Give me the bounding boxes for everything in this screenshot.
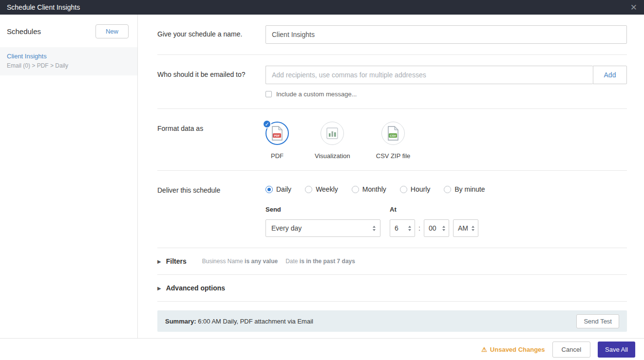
radio-icon[interactable]: [265, 186, 273, 193]
time-separator: :: [418, 224, 420, 232]
format-option-visualization[interactable]: Visualization: [315, 122, 350, 160]
warning-icon: ⚠: [481, 346, 487, 353]
custom-message-label[interactable]: Include a custom message...: [276, 90, 357, 98]
send-interval-select[interactable]: Every day: [265, 219, 380, 237]
summary-text: Summary: 6:00 AM Daily, PDF attachment v…: [165, 318, 313, 325]
close-icon[interactable]: ✕: [630, 3, 637, 12]
radio-icon[interactable]: [352, 186, 359, 193]
advanced-options-title[interactable]: Advanced options: [166, 284, 225, 292]
frequency-radio-group: Daily Weekly Monthly Hourly: [265, 181, 627, 193]
radio-monthly[interactable]: Monthly: [352, 185, 386, 193]
modal-header: Schedule Client Insights ✕: [0, 0, 644, 15]
format-option-label: CSV ZIP file: [376, 152, 411, 160]
deliver-section: Deliver this schedule Daily Weekly Month…: [157, 171, 627, 248]
radio-by-minute[interactable]: By minute: [444, 185, 485, 193]
add-recipient-button[interactable]: Add: [593, 66, 627, 84]
modal-title: Schedule Client Insights: [7, 3, 80, 11]
hour-select[interactable]: 6: [390, 219, 415, 237]
cancel-button[interactable]: Cancel: [552, 342, 590, 358]
select-arrows-icon: [408, 226, 411, 231]
meridiem-select[interactable]: AM: [453, 219, 478, 237]
format-option-pdf[interactable]: ✓ PDF PDF: [265, 122, 289, 160]
radio-weekly[interactable]: Weekly: [305, 185, 338, 193]
modal-footer: ⚠ Unsaved Changes Cancel Save All: [0, 338, 644, 360]
pdf-document-icon: PDF: [271, 126, 284, 141]
svg-text:PDF: PDF: [274, 134, 280, 137]
schedule-list-item[interactable]: Client Insights Email (0) > PDF > Daily: [0, 47, 137, 75]
unsaved-changes-badge: ⚠ Unsaved Changes: [481, 346, 545, 353]
new-schedule-button[interactable]: New: [95, 24, 129, 38]
schedule-item-detail: Email (0) > PDF > Daily: [7, 62, 131, 69]
at-label: At: [390, 206, 478, 213]
filters-section[interactable]: ▶ Filters Business Name is any value Dat…: [157, 248, 627, 274]
schedules-sidebar: Schedules New Client Insights Email (0) …: [0, 15, 138, 338]
advanced-options-section[interactable]: ▶ Advanced options: [157, 275, 627, 301]
schedules-heading: Schedules: [7, 27, 41, 36]
advanced-expand-icon[interactable]: ▶: [157, 286, 161, 291]
email-section: Who should it be emailed to? Add Include…: [157, 55, 627, 108]
divider: [157, 301, 627, 302]
custom-message-checkbox[interactable]: [265, 91, 272, 97]
name-label: Give your schedule a name.: [157, 25, 265, 44]
filter-item: Date is in the past 7 days: [285, 258, 355, 265]
deliver-label: Deliver this schedule: [157, 181, 265, 237]
schedule-name-input[interactable]: [265, 25, 627, 44]
email-label: Who should it be emailed to?: [157, 66, 265, 98]
recipients-input[interactable]: [265, 66, 593, 84]
minute-select[interactable]: 00: [424, 219, 449, 237]
summary-bar: Summary: 6:00 AM Daily, PDF attachment v…: [157, 310, 627, 332]
radio-icon[interactable]: [305, 186, 312, 193]
name-section: Give your schedule a name.: [157, 15, 627, 54]
modal-body: Schedules New Client Insights Email (0) …: [0, 15, 644, 338]
svg-text:CSV: CSV: [390, 134, 396, 137]
selected-check-icon: ✓: [263, 120, 271, 128]
format-label: Format data as: [157, 120, 265, 160]
radio-hourly[interactable]: Hourly: [400, 185, 430, 193]
radio-icon[interactable]: [444, 186, 451, 193]
select-arrows-icon: [442, 226, 445, 231]
summary-prefix: Summary:: [165, 318, 196, 325]
sidebar-header: Schedules New: [0, 15, 137, 47]
send-label: Send: [265, 206, 390, 213]
format-option-label: Visualization: [315, 152, 350, 160]
schedule-item-name[interactable]: Client Insights: [7, 53, 131, 60]
radio-daily[interactable]: Daily: [265, 185, 291, 193]
bar-chart-icon: [326, 127, 339, 140]
filters-expand-icon[interactable]: ▶: [157, 259, 161, 264]
format-option-label: PDF: [271, 152, 284, 160]
send-test-button[interactable]: Send Test: [576, 314, 619, 328]
select-arrows-icon: [472, 226, 474, 231]
format-section: Format data as ✓ PDF PD: [157, 109, 627, 170]
format-option-csv-zip[interactable]: CSV CSV ZIP file: [376, 122, 411, 160]
save-all-button[interactable]: Save All: [598, 342, 635, 358]
filters-summary: Business Name is any value Date is in th…: [202, 258, 355, 265]
filter-item: Business Name is any value: [202, 258, 278, 265]
select-arrows-icon: [373, 226, 376, 231]
filters-title[interactable]: Filters: [166, 257, 187, 265]
radio-icon[interactable]: [400, 186, 407, 193]
schedule-form: Give your schedule a name. Who should it…: [138, 15, 644, 338]
csv-document-icon: CSV: [387, 126, 399, 141]
